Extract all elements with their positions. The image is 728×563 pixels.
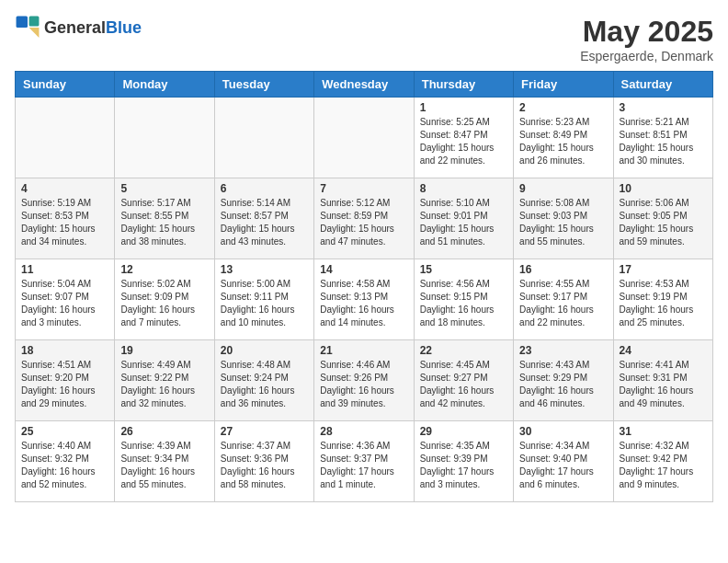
weekday-header-monday: Monday (115, 72, 214, 98)
day-info: Sunrise: 4:36 AM Sunset: 9:37 PM Dayligh… (320, 440, 407, 491)
calendar-day-8: 8Sunrise: 5:10 AM Sunset: 9:01 PM Daylig… (414, 178, 513, 259)
calendar-day-25: 25Sunrise: 4:40 AM Sunset: 9:32 PM Dayli… (16, 421, 115, 502)
day-number: 17 (620, 263, 707, 276)
calendar-day-17: 17Sunrise: 4:53 AM Sunset: 9:19 PM Dayli… (613, 259, 712, 340)
weekday-header-wednesday: Wednesday (314, 72, 414, 98)
location-text: Espergaerde, Denmark (580, 49, 713, 63)
calendar-day-12: 12Sunrise: 5:02 AM Sunset: 9:09 PM Dayli… (115, 259, 214, 340)
weekday-header-friday: Friday (514, 72, 613, 98)
day-number: 1 (420, 101, 507, 114)
day-info: Sunrise: 5:23 AM Sunset: 8:49 PM Dayligh… (519, 116, 607, 167)
calendar-day-1: 1Sunrise: 5:25 AM Sunset: 8:47 PM Daylig… (414, 98, 513, 178)
day-info: Sunrise: 4:40 AM Sunset: 9:32 PM Dayligh… (21, 440, 108, 491)
day-info: Sunrise: 5:25 AM Sunset: 8:47 PM Dayligh… (420, 116, 507, 167)
calendar-day-14: 14Sunrise: 4:58 AM Sunset: 9:13 PM Dayli… (314, 259, 414, 340)
day-number: 28 (320, 425, 407, 438)
calendar-table: SundayMondayTuesdayWednesdayThursdayFrid… (15, 71, 713, 502)
calendar-day-24: 24Sunrise: 4:41 AM Sunset: 9:31 PM Dayli… (613, 340, 712, 421)
calendar-empty-cell (314, 98, 414, 178)
day-number: 24 (620, 344, 707, 357)
day-number: 19 (120, 344, 208, 357)
day-info: Sunrise: 4:41 AM Sunset: 9:31 PM Dayligh… (620, 359, 707, 410)
calendar-day-2: 2Sunrise: 5:23 AM Sunset: 8:49 PM Daylig… (514, 98, 613, 178)
calendar-empty-cell (16, 98, 115, 178)
day-number: 25 (21, 425, 108, 438)
calendar-week-row: 25Sunrise: 4:40 AM Sunset: 9:32 PM Dayli… (16, 421, 713, 502)
day-info: Sunrise: 4:35 AM Sunset: 9:39 PM Dayligh… (420, 440, 507, 491)
logo: GeneralBlue (15, 15, 142, 40)
day-number: 30 (519, 425, 607, 438)
logo-general-text: General (44, 18, 106, 37)
day-info: Sunrise: 5:12 AM Sunset: 8:59 PM Dayligh… (320, 197, 407, 248)
calendar-day-3: 3Sunrise: 5:21 AM Sunset: 8:51 PM Daylig… (613, 98, 712, 178)
day-number: 20 (221, 344, 308, 357)
calendar-day-30: 30Sunrise: 4:34 AM Sunset: 9:40 PM Dayli… (514, 421, 613, 502)
day-number: 6 (221, 182, 308, 195)
day-number: 3 (620, 101, 707, 114)
day-info: Sunrise: 4:37 AM Sunset: 9:36 PM Dayligh… (221, 440, 308, 491)
day-info: Sunrise: 5:08 AM Sunset: 9:03 PM Dayligh… (519, 197, 607, 248)
calendar-day-29: 29Sunrise: 4:35 AM Sunset: 9:39 PM Dayli… (414, 421, 513, 502)
calendar-day-5: 5Sunrise: 5:17 AM Sunset: 8:55 PM Daylig… (115, 178, 214, 259)
day-info: Sunrise: 4:46 AM Sunset: 9:26 PM Dayligh… (320, 359, 407, 410)
day-info: Sunrise: 5:00 AM Sunset: 9:11 PM Dayligh… (221, 278, 308, 329)
day-number: 29 (420, 425, 507, 438)
day-info: Sunrise: 4:49 AM Sunset: 9:22 PM Dayligh… (120, 359, 208, 410)
calendar-day-10: 10Sunrise: 5:06 AM Sunset: 9:05 PM Dayli… (613, 178, 712, 259)
day-number: 11 (21, 263, 108, 276)
calendar-day-11: 11Sunrise: 5:04 AM Sunset: 9:07 PM Dayli… (16, 259, 115, 340)
calendar-day-15: 15Sunrise: 4:56 AM Sunset: 9:15 PM Dayli… (414, 259, 513, 340)
calendar-empty-cell (115, 98, 214, 178)
day-number: 13 (221, 263, 308, 276)
day-info: Sunrise: 5:06 AM Sunset: 9:05 PM Dayligh… (620, 197, 707, 248)
calendar-day-21: 21Sunrise: 4:46 AM Sunset: 9:26 PM Dayli… (314, 340, 414, 421)
day-info: Sunrise: 4:51 AM Sunset: 9:20 PM Dayligh… (21, 359, 108, 410)
day-info: Sunrise: 5:19 AM Sunset: 8:53 PM Dayligh… (21, 197, 108, 248)
day-info: Sunrise: 4:32 AM Sunset: 9:42 PM Dayligh… (620, 440, 707, 491)
day-info: Sunrise: 4:58 AM Sunset: 9:13 PM Dayligh… (320, 278, 407, 329)
calendar-day-23: 23Sunrise: 4:43 AM Sunset: 9:29 PM Dayli… (514, 340, 613, 421)
day-number: 26 (120, 425, 208, 438)
calendar-day-6: 6Sunrise: 5:14 AM Sunset: 8:57 PM Daylig… (214, 178, 313, 259)
calendar-day-19: 19Sunrise: 4:49 AM Sunset: 9:22 PM Dayli… (115, 340, 214, 421)
svg-rect-0 (17, 17, 28, 28)
calendar-week-row: 4Sunrise: 5:19 AM Sunset: 8:53 PM Daylig… (16, 178, 713, 259)
day-info: Sunrise: 4:45 AM Sunset: 9:27 PM Dayligh… (420, 359, 507, 410)
calendar-day-18: 18Sunrise: 4:51 AM Sunset: 9:20 PM Dayli… (16, 340, 115, 421)
calendar-day-20: 20Sunrise: 4:48 AM Sunset: 9:24 PM Dayli… (214, 340, 313, 421)
day-info: Sunrise: 5:04 AM Sunset: 9:07 PM Dayligh… (21, 278, 108, 329)
day-number: 16 (519, 263, 607, 276)
day-number: 27 (221, 425, 308, 438)
page-header: GeneralBlue May 2025 Espergaerde, Denmar… (15, 15, 713, 63)
calendar-week-row: 11Sunrise: 5:04 AM Sunset: 9:07 PM Dayli… (16, 259, 713, 340)
day-info: Sunrise: 4:55 AM Sunset: 9:17 PM Dayligh… (519, 278, 607, 329)
day-info: Sunrise: 5:02 AM Sunset: 9:09 PM Dayligh… (120, 278, 208, 329)
day-info: Sunrise: 4:48 AM Sunset: 9:24 PM Dayligh… (221, 359, 308, 410)
day-number: 5 (120, 182, 208, 195)
day-number: 10 (620, 182, 707, 195)
svg-rect-1 (29, 17, 40, 27)
day-info: Sunrise: 4:39 AM Sunset: 9:34 PM Dayligh… (120, 440, 208, 491)
calendar-day-28: 28Sunrise: 4:36 AM Sunset: 9:37 PM Dayli… (314, 421, 414, 502)
day-number: 14 (320, 263, 407, 276)
day-info: Sunrise: 5:21 AM Sunset: 8:51 PM Dayligh… (620, 116, 707, 167)
weekday-header-thursday: Thursday (414, 72, 513, 98)
logo-blue-text: Blue (106, 18, 142, 37)
calendar-day-31: 31Sunrise: 4:32 AM Sunset: 9:42 PM Dayli… (613, 421, 712, 502)
weekday-header-saturday: Saturday (613, 72, 712, 98)
day-number: 22 (420, 344, 507, 357)
calendar-day-13: 13Sunrise: 5:00 AM Sunset: 9:11 PM Dayli… (214, 259, 313, 340)
day-number: 31 (620, 425, 707, 438)
day-number: 12 (120, 263, 208, 276)
day-number: 2 (519, 101, 607, 114)
calendar-day-22: 22Sunrise: 4:45 AM Sunset: 9:27 PM Dayli… (414, 340, 513, 421)
day-info: Sunrise: 4:34 AM Sunset: 9:40 PM Dayligh… (519, 440, 607, 491)
day-number: 9 (519, 182, 607, 195)
day-info: Sunrise: 5:17 AM Sunset: 8:55 PM Dayligh… (120, 197, 208, 248)
day-info: Sunrise: 4:56 AM Sunset: 9:15 PM Dayligh… (420, 278, 507, 329)
day-info: Sunrise: 5:14 AM Sunset: 8:57 PM Dayligh… (221, 197, 308, 248)
weekday-header-row: SundayMondayTuesdayWednesdayThursdayFrid… (16, 72, 713, 98)
title-block: May 2025 Espergaerde, Denmark (580, 15, 713, 63)
calendar-day-26: 26Sunrise: 4:39 AM Sunset: 9:34 PM Dayli… (115, 421, 214, 502)
day-number: 18 (21, 344, 108, 357)
